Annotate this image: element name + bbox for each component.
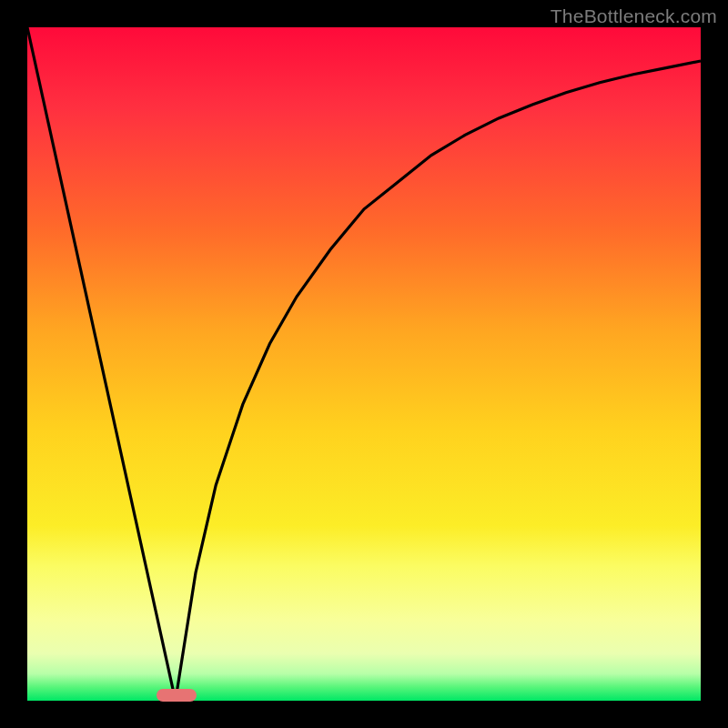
chart-frame: TheBottleneck.com (0, 0, 728, 728)
chart-curves (27, 27, 701, 701)
watermark-text: TheBottleneck.com (551, 5, 717, 27)
curve-left-linear (27, 27, 176, 701)
min-marker (157, 689, 197, 702)
curve-right (176, 61, 701, 701)
